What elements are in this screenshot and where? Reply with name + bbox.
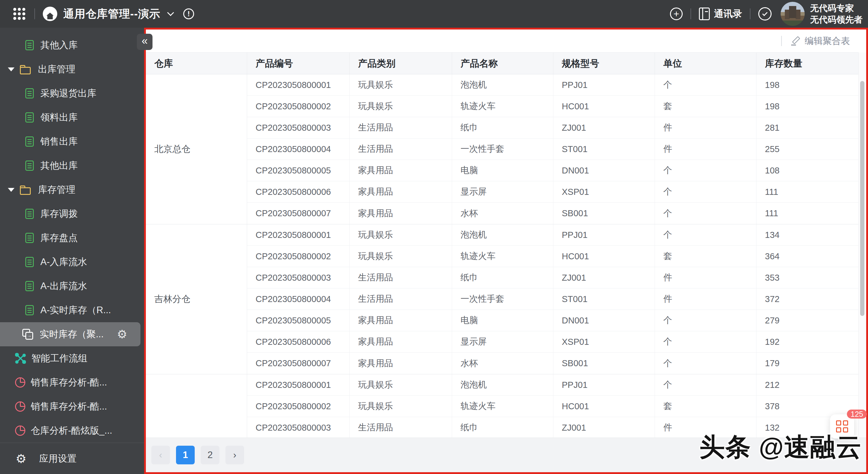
app-title[interactable]: 通用仓库管理--演示 <box>63 7 160 22</box>
table-row: CP2023050800001玩具娱乐泡泡机PPJ01个212 <box>247 374 858 396</box>
table-cell: ZJ001 <box>553 267 655 288</box>
page-number-button[interactable]: 2 <box>201 446 219 464</box>
sidebar-item-label: 库存盘点 <box>40 232 78 244</box>
divider <box>781 36 782 46</box>
info-icon[interactable]: ! <box>183 8 194 19</box>
table-cell: CP2023050800006 <box>247 331 350 352</box>
app-grid-icon[interactable] <box>13 8 16 11</box>
table-cell: CP2023050800004 <box>247 138 350 160</box>
group-rows: CP2023050800001玩具娱乐泡泡机PPJ01个198CP2023050… <box>247 74 858 224</box>
table-row: CP2023050800006家具用品显示屏XSP01个192 <box>247 331 858 353</box>
home-button[interactable] <box>43 7 57 21</box>
table-cell: 玩具娱乐 <box>350 224 452 245</box>
table-cell: 轨迹火车 <box>452 396 553 417</box>
sidebar-item-doc[interactable]: 采购退货出库 ⚙ <box>0 81 144 105</box>
sidebar-item-flow[interactable]: 智能工作流组 ⚙ <box>0 346 144 370</box>
sidebar-item-label: 出库管理 <box>38 63 75 76</box>
sidebar-item-label: 领料出库 <box>40 111 78 124</box>
table-cell: 生活用品 <box>350 289 452 310</box>
sidebar-item-doc[interactable]: A-出库流水 ⚙ <box>0 274 144 298</box>
sidebar-item-pie[interactable]: 仓库分析-酷炫版_... ⚙ <box>0 418 144 443</box>
contacts-icon[interactable] <box>699 7 710 20</box>
table-cell: 378 <box>756 396 858 417</box>
table-cell: 水杯 <box>452 353 553 374</box>
table-cell: HC001 <box>553 246 655 267</box>
scrollbar-thumb[interactable] <box>860 81 864 316</box>
sidebar-item-doc[interactable]: 销售出库 ⚙ <box>0 130 144 154</box>
sidebar-item-folder[interactable]: 库存管理 ⚙ <box>0 178 144 202</box>
warehouse-name: 吉林分仓 <box>146 224 247 374</box>
sidebar-item-label: 销售库存分析-酷... <box>31 400 107 413</box>
table-cell: 198 <box>756 74 858 96</box>
gear-icon: ⚙ <box>16 452 27 466</box>
document-icon <box>25 305 34 315</box>
table-cell: 个 <box>655 374 756 396</box>
user-name-line1: 无代码专家 <box>810 2 863 14</box>
sidebar-item-doc[interactable]: 其他出库 ⚙ <box>0 154 144 178</box>
sidebar-collapse-button[interactable]: « <box>137 34 153 50</box>
table-cell: 泡泡机 <box>452 224 553 245</box>
table-cell: 个 <box>655 181 756 202</box>
gear-icon[interactable]: ⚙ <box>117 328 127 341</box>
table-cell: 个 <box>655 203 756 224</box>
sidebar-item-pie[interactable]: 销售库存分析-酷... ⚙ <box>0 370 144 395</box>
next-page-button[interactable]: › <box>225 446 244 464</box>
page-number-button[interactable]: 1 <box>176 446 195 464</box>
table-row: CP2023050800003生活用品纸巾ZJ001件353 <box>247 267 858 289</box>
table-cell: 套 <box>655 96 756 117</box>
table-row: CP2023050800007家具用品水杯SB001个179 <box>247 353 858 374</box>
table-cell: 件 <box>655 138 756 160</box>
table-cell: 件 <box>655 267 756 288</box>
table-cell: 111 <box>756 181 858 202</box>
prev-page-button[interactable]: ‹ <box>151 446 170 464</box>
table-cell: 套 <box>655 246 756 267</box>
column-header: 产品编号 <box>247 53 350 74</box>
sidebar-item-doc[interactable]: A-入库流水 ⚙ <box>0 250 144 274</box>
sidebar-item-label: 库存管理 <box>38 183 75 196</box>
table-cell: 111 <box>756 203 858 224</box>
edit-aggregate-table-button[interactable]: 编辑聚合表 <box>791 35 850 47</box>
sidebar-item-label: 智能工作流组 <box>31 352 87 365</box>
table-cell: 个 <box>655 224 756 245</box>
table-row: CP2023050800005家具用品电脑DN001个279 <box>247 310 858 331</box>
table-row: CP2023050800001玩具娱乐泡泡机PPJ01个134 <box>247 224 858 246</box>
group-rows: CP2023050800001玩具娱乐泡泡机PPJ01个134CP2023050… <box>247 224 858 374</box>
contacts-label[interactable]: 通讯录 <box>714 7 742 20</box>
table-row: CP2023050800002玩具娱乐轨迹火车HC001套378 <box>247 396 858 417</box>
settings-label: 应用设置 <box>39 452 76 465</box>
warehouse-name: 西安分仓 <box>146 374 247 438</box>
table-cell: CP2023050800005 <box>247 160 350 181</box>
sidebar-item-label: 销售出库 <box>40 135 78 148</box>
table-cell: CP2023050800002 <box>247 396 350 417</box>
document-icon <box>25 281 34 291</box>
sidebar-item-selected[interactable]: 实时库存（聚... ⚙ <box>0 322 141 346</box>
table-cell: DN001 <box>553 310 655 331</box>
table-cell: XSP01 <box>553 331 655 352</box>
table-cell: CP2023050800007 <box>247 203 350 224</box>
sidebar-item-pie[interactable]: 销售库存分析-酷... ⚙ <box>0 395 144 418</box>
document-icon <box>25 88 34 99</box>
table-cell: 198 <box>756 96 858 117</box>
sidebar-item-doc[interactable]: 库存盘点 ⚙ <box>0 226 144 250</box>
table-row: CP2023050800007家具用品水杯SB001个111 <box>247 203 858 224</box>
table-cell: 玩具娱乐 <box>350 96 452 117</box>
sidebar-item-doc[interactable]: A-实时库存（R... ⚙ <box>0 298 144 322</box>
table-cell: HC001 <box>553 396 655 417</box>
table-cell: PPJ01 <box>553 374 655 396</box>
avatar[interactable] <box>781 2 805 26</box>
warehouse-group: 北京总仓 CP2023050800001玩具娱乐泡泡机PPJ01个198CP20… <box>146 74 858 224</box>
cloud-check-icon[interactable] <box>758 7 772 21</box>
table-row: CP2023050800005家具用品电脑DN001个108 <box>247 160 858 181</box>
scrollbar-track[interactable] <box>858 53 866 438</box>
sidebar-item-label: 其他入库 <box>40 39 78 52</box>
sidebar-item-label: 销售库存分析-酷... <box>31 376 107 389</box>
sidebar-item-folder[interactable]: 出库管理 ⚙ <box>0 57 144 81</box>
add-icon[interactable]: + <box>670 7 683 20</box>
sidebar-item-doc[interactable]: 其他入库 ⚙ <box>0 33 144 57</box>
sidebar-item-app-settings[interactable]: ⚙ 应用设置 <box>0 443 144 474</box>
chevron-down-icon[interactable] <box>167 9 174 16</box>
document-icon <box>25 257 34 267</box>
sidebar-item-doc[interactable]: 领料出库 ⚙ <box>0 105 144 130</box>
sidebar-item-doc[interactable]: 库存调拨 ⚙ <box>0 202 144 226</box>
table-cell: 家具用品 <box>350 160 452 181</box>
